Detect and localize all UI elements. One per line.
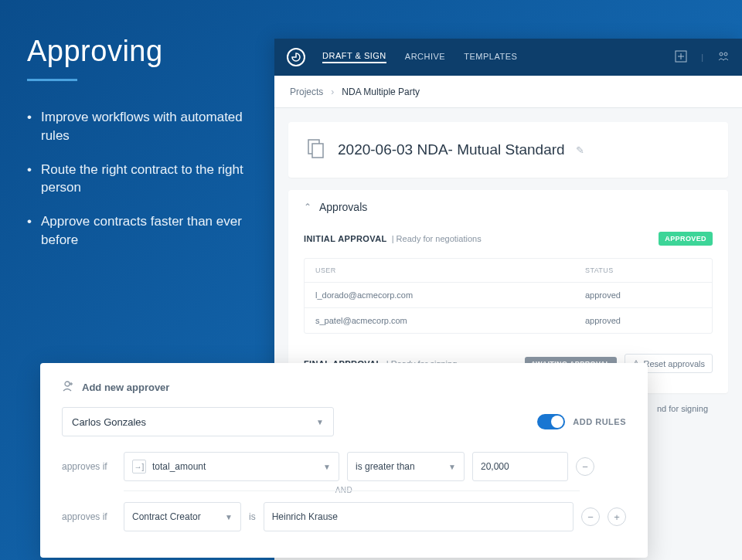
svg-point-11 bbox=[65, 382, 70, 386]
initial-approval-table: USER STATUS l_dorado@acmecorp.com approv… bbox=[304, 258, 713, 334]
rule-operator-value: is greater than bbox=[356, 461, 415, 472]
initial-approval-title: INITIAL APPROVAL bbox=[304, 234, 387, 243]
nav-tab-draft-sign[interactable]: DRAFT & SIGN bbox=[322, 51, 386, 63]
rule-operator-select[interactable]: is greater than ▼ bbox=[347, 452, 465, 481]
approver-select[interactable]: Carlos Gonzales ▼ bbox=[62, 407, 334, 436]
document-icon bbox=[305, 137, 327, 162]
promo-panel: Approving Improve workflows with automat… bbox=[0, 0, 274, 300]
modal-heading: Add new approver bbox=[62, 380, 626, 395]
rule-variable-value: total_amount bbox=[152, 461, 206, 472]
people-icon[interactable] bbox=[717, 50, 730, 64]
add-rules-toggle-group: ADD RULES bbox=[537, 414, 626, 429]
rule-row: approves if Contract Creator ▼ is Heinri… bbox=[62, 502, 626, 531]
add-rule-button[interactable]: + bbox=[608, 507, 626, 526]
rule-variable-select[interactable]: →] total_amount ▼ bbox=[124, 452, 339, 481]
app-logo-icon[interactable] bbox=[287, 48, 305, 66]
chevron-right-icon: › bbox=[331, 87, 334, 97]
nav-tab-archive[interactable]: ARCHIVE bbox=[405, 52, 445, 63]
caret-down-icon: ▼ bbox=[323, 463, 331, 471]
caret-down-icon: ▼ bbox=[316, 418, 324, 426]
rule-value-input[interactable] bbox=[472, 452, 568, 481]
caret-down-icon: ▼ bbox=[448, 463, 456, 471]
minus-icon: − bbox=[587, 511, 594, 523]
nav-tab-templates[interactable]: TEMPLATES bbox=[464, 52, 517, 63]
approved-badge: APPROVED bbox=[659, 232, 713, 246]
top-nav: DRAFT & SIGN ARCHIVE TEMPLATES | bbox=[274, 39, 742, 76]
modal-heading-text: Add new approver bbox=[82, 382, 169, 393]
table-header-row: USER STATUS bbox=[305, 259, 712, 283]
rule-prefix: approves if bbox=[62, 511, 116, 522]
initial-approval-block: INITIAL APPROVAL | Ready for negotiation… bbox=[288, 224, 728, 346]
rule-relation: is bbox=[249, 511, 256, 522]
caret-down-icon: ▼ bbox=[225, 513, 233, 521]
remove-rule-button[interactable]: − bbox=[581, 507, 600, 526]
table-row: s_patel@acmecorp.com approved bbox=[305, 308, 712, 333]
person-add-icon bbox=[62, 380, 74, 395]
rule-row: approves if →] total_amount ▼ is greater… bbox=[62, 452, 626, 481]
col-status-header: STATUS bbox=[585, 266, 701, 274]
reset-label: Reset approvals bbox=[644, 359, 706, 368]
plus-icon: + bbox=[614, 511, 620, 523]
add-rules-label: ADD RULES bbox=[573, 417, 626, 426]
rule-prefix: approves if bbox=[62, 461, 116, 472]
add-approver-modal: Add new approver Carlos Gonzales ▼ ADD R… bbox=[40, 363, 648, 558]
add-rules-toggle[interactable] bbox=[537, 414, 565, 429]
status-cell: approved bbox=[585, 316, 701, 325]
rule-person-input[interactable]: Heinrich Krause bbox=[264, 502, 574, 531]
document-title: 2020-06-03 NDA- Mutual Standard bbox=[338, 141, 565, 158]
col-user-header: USER bbox=[315, 266, 585, 274]
pencil-icon[interactable]: ✎ bbox=[576, 144, 584, 156]
svg-point-3 bbox=[720, 53, 723, 56]
approvals-toggle[interactable]: ⌃ Approvals bbox=[288, 190, 728, 224]
title-underline bbox=[27, 79, 77, 81]
table-row: l_dorado@acmecorp.com approved bbox=[305, 283, 712, 308]
svg-point-4 bbox=[724, 53, 727, 56]
rule-value-field[interactable] bbox=[481, 461, 560, 472]
status-cell: approved bbox=[585, 290, 701, 300]
rule-field-select[interactable]: Contract Creator ▼ bbox=[124, 502, 241, 531]
chevron-up-icon: ⌃ bbox=[304, 202, 311, 212]
approver-select-value: Carlos Gonzales bbox=[72, 416, 146, 428]
approvals-label: Approvals bbox=[319, 201, 367, 213]
initial-approval-sub: | Ready for negotiations bbox=[392, 234, 482, 243]
svg-rect-6 bbox=[312, 144, 323, 158]
user-cell: s_patel@acmecorp.com bbox=[315, 316, 585, 325]
variable-icon: →] bbox=[132, 460, 146, 473]
rule-person-value: Heinrich Krause bbox=[272, 511, 338, 522]
user-cell: l_dorado@acmecorp.com bbox=[315, 290, 585, 300]
breadcrumb-current: NDA Multiple Party bbox=[342, 87, 420, 97]
promo-bullet: Approve contracts faster than ever befor… bbox=[27, 212, 247, 249]
promo-bullet: Improve workflows with automated rules bbox=[27, 108, 247, 145]
add-icon[interactable] bbox=[675, 50, 687, 64]
document-card: 2020-06-03 NDA- Mutual Standard ✎ bbox=[288, 122, 728, 178]
promo-bullets: Improve workflows with automated rules R… bbox=[27, 108, 247, 249]
promo-title: Approving bbox=[27, 35, 247, 68]
remove-rule-button[interactable]: − bbox=[576, 457, 594, 476]
divider: | bbox=[701, 53, 703, 62]
minus-icon: − bbox=[582, 461, 588, 473]
rule-field-value: Contract Creator bbox=[132, 511, 201, 522]
rule-connector: AND bbox=[62, 486, 626, 494]
breadcrumb: Projects › NDA Multiple Party bbox=[274, 76, 742, 108]
breadcrumb-root[interactable]: Projects bbox=[290, 87, 323, 97]
promo-bullet: Route the right contract to the right pe… bbox=[27, 161, 247, 198]
